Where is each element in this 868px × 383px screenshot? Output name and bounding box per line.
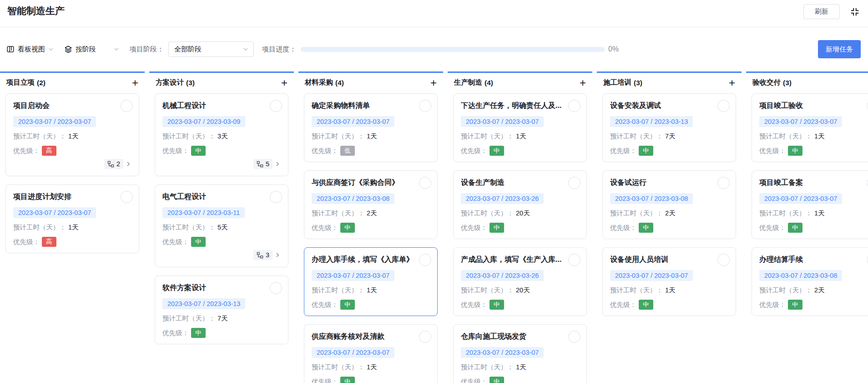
kanban-column: 验收交付 (3) + 项目竣工验收 2023-03-07 / 2023-03-0… [746, 71, 868, 383]
card-priority-row: 优先级： 中 [162, 237, 281, 247]
chevron-down-icon [48, 46, 54, 52]
priority-badge: 中 [191, 328, 206, 338]
add-card-icon[interactable]: + [281, 79, 288, 87]
card-hours-label: 预计工时（天）： [759, 132, 812, 141]
task-checkbox-circle[interactable] [568, 100, 580, 112]
task-checkbox-circle[interactable] [568, 254, 580, 266]
subtask-row: 5 [162, 158, 281, 170]
task-checkbox-circle[interactable] [717, 254, 730, 266]
column-header: 生产制造 (4) + [454, 78, 586, 87]
add-task-button[interactable]: 新增任务 [818, 40, 861, 58]
card-date-range: 2023-03-07 / 2023-03-07 [461, 116, 544, 127]
chevron-right-icon[interactable] [125, 161, 131, 167]
task-checkbox-circle[interactable] [419, 331, 431, 343]
card-priority-label: 优先级： [312, 301, 338, 309]
add-card-icon[interactable]: + [132, 79, 138, 87]
add-card-icon[interactable]: + [729, 79, 735, 87]
task-card[interactable]: 项目启动会 2023-03-07 / 2023-03-07 预计工时（天）：1天… [5, 93, 139, 176]
card-title: 设备安装及调试 [610, 100, 713, 111]
card-hours-row: 预计工时（天）：2天 [759, 286, 868, 295]
task-card[interactable]: 供应商账务核对及清款 2023-03-07 / 2023-03-07 预计工时（… [304, 324, 438, 383]
column-count: (2) [37, 79, 45, 87]
add-card-icon[interactable]: + [430, 79, 437, 87]
task-checkbox-circle[interactable] [568, 177, 580, 189]
task-card[interactable]: 项目进度计划安排 2023-03-07 / 2023-03-07 预计工时（天）… [5, 184, 139, 253]
task-card[interactable]: 确定采购物料清单 2023-03-07 / 2023-03-07 预计工时（天）… [304, 93, 438, 162]
group-by-switcher[interactable]: 按阶段 [64, 45, 120, 54]
subtask-chip[interactable]: 5 [253, 159, 273, 169]
toolbar: 看板视图 按阶段 项目阶段： 全部阶段 项目进度： 0% 新增任务 [0, 27, 868, 71]
task-card[interactable]: 软件方案设计 2023-03-07 / 2023-03-13 预计工时（天）：7… [155, 276, 288, 344]
task-card[interactable]: 设备安装及调试 2023-03-07 / 2023-03-13 预计工时（天）：… [602, 93, 736, 162]
task-card[interactable]: 电气工程设计 2023-03-07 / 2023-03-11 预计工时（天）：5… [155, 184, 288, 267]
card-hours-label: 预计工时（天）： [13, 132, 66, 141]
card-hours-row: 预计工时（天）：7天 [610, 132, 728, 141]
task-checkbox-circle[interactable] [270, 282, 282, 294]
task-card[interactable]: 办理入库手续，填写《入库单》 2023-03-07 / 2023-03-07 预… [304, 247, 438, 316]
task-checkbox-circle[interactable] [419, 254, 431, 266]
card-hours-label: 预计工时（天）： [162, 132, 215, 141]
task-checkbox-circle[interactable] [121, 191, 133, 203]
kanban-view-icon [6, 45, 15, 53]
card-priority-label: 优先级： [162, 329, 189, 337]
chevron-right-icon[interactable] [274, 161, 281, 167]
subtask-chip[interactable]: 3 [253, 250, 273, 260]
task-card[interactable]: 设备试运行 2023-03-07 / 2023-03-08 预计工时（天）：2天… [602, 170, 736, 239]
column-count: (4) [484, 79, 493, 87]
task-checkbox-circle[interactable] [568, 331, 580, 343]
task-checkbox-circle[interactable] [717, 100, 730, 112]
card-hours-value: 1天 [367, 286, 377, 295]
column-title: 方案设计 [156, 78, 184, 87]
view-switcher[interactable]: 看板视图 [6, 45, 54, 54]
card-priority-row: 优先级： 低 [312, 146, 430, 156]
card-hours-value: 1天 [367, 363, 377, 372]
task-card[interactable]: 设备使用人员培训 2023-03-07 / 2023-03-07 预计工时（天）… [602, 247, 736, 316]
task-card[interactable]: 项目竣工备案 2023-03-07 / 2023-03-07 预计工时（天）：1… [752, 170, 868, 239]
task-card[interactable]: 项目竣工验收 2023-03-07 / 2023-03-07 预计工时（天）：1… [752, 93, 868, 162]
task-checkbox-circle[interactable] [419, 100, 431, 112]
column-cards: 项目启动会 2023-03-07 / 2023-03-07 预计工时（天）：1天… [5, 93, 139, 253]
card-hours-row: 预计工时（天）：1天 [610, 286, 728, 295]
task-checkbox-circle[interactable] [419, 177, 431, 189]
task-card[interactable]: 办理结算手续 2023-03-07 / 2023-03-08 预计工时（天）：2… [752, 247, 868, 316]
card-hours-row: 预计工时（天）：1天 [461, 363, 579, 372]
card-hours-label: 预计工时（天）： [312, 363, 364, 372]
subtask-chip[interactable]: 2 [104, 159, 123, 169]
card-title: 办理入库手续，填写《入库单》 [312, 254, 414, 265]
task-card[interactable]: 仓库向施工现场发货 2023-03-07 / 2023-03-07 预计工时（天… [453, 324, 587, 383]
card-hours-value: 20天 [516, 286, 530, 295]
card-date-range: 2023-03-07 / 2023-03-13 [610, 116, 693, 127]
column-cards: 确定采购物料清单 2023-03-07 / 2023-03-07 预计工时（天）… [304, 93, 438, 383]
add-card-icon[interactable]: + [580, 79, 586, 87]
subtask-count: 2 [116, 160, 120, 168]
layers-icon [64, 45, 72, 53]
card-priority-row: 优先级： 中 [312, 377, 430, 383]
task-checkbox-circle[interactable] [270, 191, 282, 203]
task-checkbox-circle[interactable] [270, 100, 282, 112]
card-title: 与供应商签订《采购合同》 [312, 177, 414, 188]
card-priority-row: 优先级： 高 [13, 146, 131, 156]
chevron-right-icon[interactable] [274, 252, 281, 258]
task-card[interactable]: 产成品入库，填写《生产入库... 2023-03-07 / 2023-03-26… [453, 247, 587, 316]
refresh-button[interactable]: 刷新 [803, 4, 840, 19]
task-checkbox-circle[interactable] [121, 100, 133, 112]
card-hours-label: 预计工时（天）： [461, 132, 514, 141]
card-priority-label: 优先级： [461, 224, 487, 232]
card-hours-value: 1天 [516, 363, 526, 372]
exit-fullscreen-icon[interactable] [849, 6, 861, 18]
chevron-down-icon [113, 46, 120, 52]
card-priority-label: 优先级： [461, 147, 487, 155]
stage-select[interactable]: 全部阶段 [168, 41, 254, 57]
subtask-tree-icon [257, 161, 263, 168]
priority-badge: 中 [490, 223, 504, 233]
task-card[interactable]: 下达生产任务，明确责任人及... 2023-03-07 / 2023-03-07… [453, 93, 587, 162]
task-card[interactable]: 机械工程设计 2023-03-07 / 2023-03-09 预计工时（天）：3… [155, 93, 288, 176]
subtask-row: 3 [162, 249, 281, 261]
task-card[interactable]: 设备生产制造 2023-03-07 / 2023-03-26 预计工时（天）：2… [453, 170, 587, 239]
view-switcher-label: 看板视图 [18, 45, 45, 54]
card-priority-row: 优先级： 高 [13, 237, 131, 247]
task-checkbox-circle[interactable] [717, 177, 730, 189]
column-title: 验收交付 [752, 78, 781, 87]
card-priority-label: 优先级： [759, 301, 786, 309]
task-card[interactable]: 与供应商签订《采购合同》 2023-03-07 / 2023-03-08 预计工… [304, 170, 438, 239]
